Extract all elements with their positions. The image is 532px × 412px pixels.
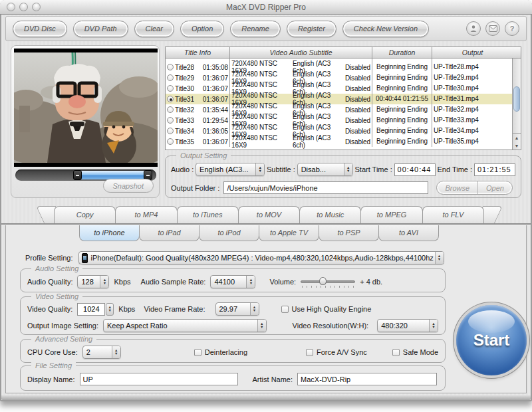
tab-to-itunes[interactable]: to iTunes — [177, 206, 239, 223]
dvd-disc-button[interactable]: DVD Disc — [13, 21, 67, 37]
app-window: MacX DVD Ripper Pro DVD Disc DVD Path Cl… — [0, 0, 532, 401]
tab-to-music[interactable]: to Music — [299, 206, 361, 223]
video-setting-group: Video Setting Video Quality: 1024 ▲▼ Kbp… — [20, 296, 446, 335]
browse-button[interactable]: Browse — [437, 181, 477, 194]
duration-cell: Beginning Ending — [372, 104, 432, 115]
audio-select[interactable]: English (AC3... ▲▼ — [196, 163, 265, 176]
output-file: UP-Title33.mp4 — [432, 115, 513, 126]
option-button[interactable]: Option — [180, 21, 224, 37]
popup-arrows-icon: ▲▼ — [344, 163, 352, 175]
title-radio[interactable] — [167, 106, 174, 113]
tab-to-apple-tv[interactable]: to Apple TV — [259, 225, 319, 241]
volume-label: Volume: — [269, 278, 296, 286]
window-title: MacX DVD Ripper Pro — [0, 3, 532, 12]
duration-cell: 00:40:44 01:21:55 — [372, 94, 432, 104]
duration-cell: Beginning Ending — [372, 83, 432, 94]
output-file: UP-Title34.mp4 — [432, 126, 513, 136]
tab-to-mov[interactable]: to MOV — [238, 206, 300, 223]
title-name: Title29 — [175, 74, 203, 82]
stepper-arrows-icon[interactable]: ▲▼ — [106, 303, 114, 316]
tab-to-mp4[interactable]: to MP4 — [115, 206, 177, 223]
force-av-sync-checkbox[interactable]: Force A/V Sync — [306, 348, 367, 356]
start-button[interactable]: Start — [456, 305, 527, 375]
tab-to-psp[interactable]: to PSP — [319, 225, 379, 241]
check-new-version-button[interactable]: Check New Version — [342, 21, 429, 37]
safe-mode-checkbox[interactable]: Safe Mode — [392, 348, 438, 356]
video-preview-image — [14, 49, 158, 167]
tab-to-ipad[interactable]: to iPad — [139, 225, 200, 241]
end-time-field[interactable]: 01:21:55 — [474, 163, 515, 176]
video-frame-rate-select[interactable]: 29.97 ▲▼ — [215, 302, 259, 316]
deinterlacing-checkbox[interactable]: Deinterlacing — [194, 348, 247, 356]
volume-slider[interactable] — [301, 277, 355, 286]
format-tabs-row2: to iPhone to iPad to iPod to Apple TV to… — [80, 225, 439, 241]
output-file: UP-Title28.mp4 — [432, 62, 513, 72]
tab-to-mpeg[interactable]: to MPEG — [360, 206, 422, 223]
title-length: 01:36:07 — [203, 85, 228, 92]
header-title-info: Title Info — [166, 47, 229, 58]
zoom-window-icon[interactable] — [32, 3, 41, 11]
start-time-field[interactable]: 00:40:44 — [394, 163, 436, 176]
output-file: UP-Title31.mp4 — [432, 94, 513, 104]
profile-setting-label: Profile Setting: — [25, 254, 73, 262]
table-header: Title Info Video Audio Subtitle Duration… — [166, 47, 521, 58]
use-high-quality-engine-checkbox[interactable]: Use High Quality Engine — [281, 305, 372, 313]
audio-setting-label: Audio Setting — [31, 264, 82, 272]
volume-slider-thumb[interactable] — [319, 277, 327, 285]
table-row[interactable]: Title3501:36:07720X480 NTSC 16X9English … — [166, 136, 521, 147]
audio-quality-unit: Kbps — [114, 278, 130, 286]
panel-divider — [1, 223, 531, 225]
popup-arrows-icon: ▲▼ — [429, 320, 438, 332]
cpu-core-use-select[interactable]: 2 ▲▼ — [82, 346, 121, 359]
subtitle-select[interactable]: Disab... ▲▼ — [297, 163, 353, 176]
title-name: Title34 — [175, 128, 203, 135]
header-output: Output — [432, 47, 513, 58]
output-image-setting-label: Output Image Setting: — [27, 322, 98, 330]
video-resolution-select[interactable]: 480:320 ▲▼ — [377, 319, 438, 332]
tab-to-ipod[interactable]: to iPod — [199, 225, 259, 241]
title-radio[interactable] — [167, 117, 174, 124]
tab-copy[interactable]: Copy — [54, 206, 116, 223]
email-icon[interactable] — [485, 21, 500, 36]
title-radio[interactable] — [167, 85, 174, 92]
scroll-up-icon[interactable]: ▲ — [515, 136, 519, 140]
output-image-setting-select[interactable]: Keep Aspect Ratio ▲▼ — [103, 319, 267, 332]
tab-to-avi[interactable]: to AVI — [378, 225, 439, 241]
scrollbar-thumb[interactable] — [513, 86, 520, 112]
trim-start-handle[interactable] — [73, 170, 82, 180]
video-preview-panel: Snapshot — [11, 45, 160, 198]
scroll-down-icon[interactable]: ▼ — [515, 144, 519, 148]
volume-value: + 4 db. — [360, 278, 382, 286]
output-folder-field[interactable]: /Users/xujun/Movies/iPhone — [223, 181, 428, 194]
open-button[interactable]: Open — [477, 181, 512, 194]
tab-to-iphone[interactable]: to iPhone — [79, 225, 140, 241]
tab-to-flv[interactable]: to FLV — [422, 206, 484, 223]
rename-button[interactable]: Rename — [230, 21, 281, 37]
table-scrollbar[interactable]: ▲ ▼ — [512, 58, 521, 150]
popup-arrows-icon: ▲▼ — [100, 276, 108, 288]
output-file: UP-Title29.mp4 — [432, 72, 513, 83]
dvd-path-button[interactable]: DVD Path — [73, 21, 128, 37]
account-icon[interactable] — [466, 21, 481, 36]
snapshot-button[interactable]: Snapshot — [103, 179, 154, 193]
minimize-window-icon[interactable] — [19, 3, 28, 11]
cpu-core-use-label: CPU Core Use: — [27, 348, 78, 356]
clear-button[interactable]: Clear — [134, 21, 174, 37]
audio-quality-select[interactable]: 128 ▲▼ — [77, 275, 109, 288]
title-radio[interactable] — [167, 138, 174, 145]
window-bottom-edge — [1, 395, 531, 400]
close-window-icon[interactable] — [7, 3, 15, 11]
audio-quality-label: Audio Quality: — [27, 278, 72, 286]
title-radio[interactable] — [167, 74, 174, 81]
title-radio[interactable] — [167, 64, 174, 70]
title-radio[interactable] — [167, 96, 174, 102]
artist-name-field[interactable]: MacX-DVD-Rip — [297, 373, 437, 385]
output-file: UP-Title32.mp4 — [432, 104, 513, 115]
audio-sample-rate-select[interactable]: 44100 ▲▼ — [210, 275, 255, 288]
register-button[interactable]: Register — [287, 21, 336, 37]
display-name-field[interactable]: UP — [80, 373, 238, 385]
profile-select[interactable]: iPhone(Default): Good Quality(480x320 MP… — [78, 251, 444, 264]
video-quality-stepper[interactable]: 1024 ▲▼ — [77, 303, 114, 316]
help-icon[interactable]: ? — [505, 21, 519, 36]
title-radio[interactable] — [167, 128, 174, 134]
